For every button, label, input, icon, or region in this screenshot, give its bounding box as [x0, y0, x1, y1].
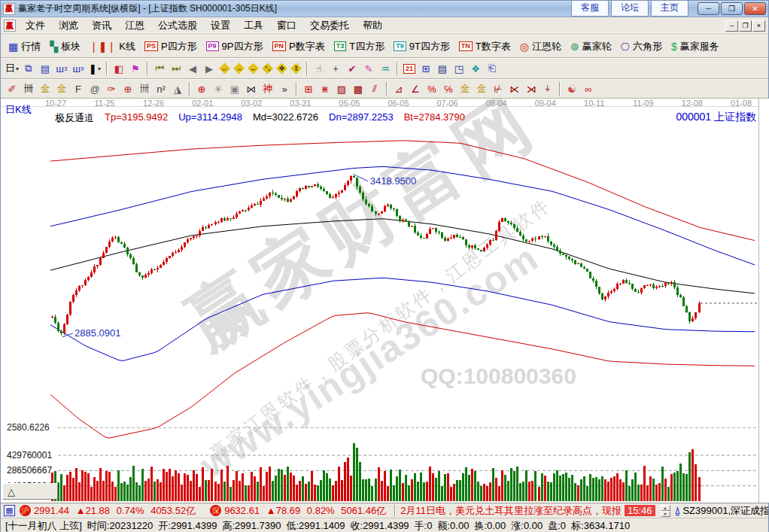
- menu-item-9[interactable]: 帮助: [356, 17, 389, 34]
- tool-resist-line[interactable]: ⍭: [540, 81, 555, 96]
- menu-item-3[interactable]: 江恩: [118, 17, 151, 34]
- tool-angle-tool[interactable]: ⊿: [391, 81, 406, 96]
- tool-fan-lines[interactable]: ⋇: [318, 81, 333, 96]
- tool-quotes[interactable]: ▦行情: [4, 38, 45, 55]
- tool-taiji[interactable]: ☯: [564, 81, 579, 96]
- tool-p-number[interactable]: PNP数字表: [268, 38, 330, 55]
- chart-area[interactable]: 赢家财富网 赢家江恩软件，股票分析软件，江恩工具软件 www.yingjia36…: [1, 99, 769, 503]
- tool-gann-angle[interactable]: ∠: [408, 81, 423, 96]
- spinner-down-button[interactable]: ▼: [661, 511, 670, 517]
- tool-percent[interactable]: %: [424, 81, 439, 96]
- tool-hand-pan[interactable]: ☝: [312, 61, 327, 76]
- mdi-minimize-button[interactable]: –: [725, 20, 738, 32]
- tool-spiral[interactable]: @: [87, 81, 102, 96]
- menu-item-6[interactable]: 工具: [237, 17, 270, 34]
- tool-magic-tool[interactable]: 神: [260, 81, 275, 96]
- tool-kline[interactable]: ❘❚❘K线: [85, 38, 140, 55]
- tool-crosshair[interactable]: ＋: [328, 61, 343, 76]
- tool-mark-wave[interactable]: ♒: [378, 61, 393, 76]
- tool-fibonacci[interactable]: F: [71, 81, 86, 96]
- tool-mark-pen[interactable]: ✎: [361, 61, 376, 76]
- tool-signal-flag[interactable]: ⚑: [128, 61, 143, 76]
- tool-next-bar[interactable]: ▶: [202, 61, 217, 76]
- tool-net-sync[interactable]: ⎗: [485, 61, 500, 76]
- tool-pattern-box[interactable]: ◧: [111, 61, 126, 76]
- tool-comb-2[interactable]: 卌: [137, 81, 152, 96]
- tool-speed-line[interactable]: ⋊: [524, 81, 539, 96]
- tool-n-square[interactable]: n²: [153, 81, 169, 96]
- title-link-主页[interactable]: 主页: [651, 1, 688, 17]
- tool-angle-mirror[interactable]: ◮: [170, 81, 185, 96]
- tool-candle-style[interactable]: ❚▾: [87, 61, 102, 76]
- tool-gold-section[interactable]: 金: [457, 81, 473, 96]
- menu-item-4[interactable]: 公式选股: [151, 17, 204, 34]
- tool-j-angle[interactable]: ⊬: [491, 81, 506, 96]
- title-link-客服[interactable]: 客服: [571, 1, 609, 17]
- menu-item-0[interactable]: 文件: [19, 17, 52, 34]
- menu-item-5[interactable]: 设置: [204, 17, 237, 34]
- tool-memo-pad[interactable]: ▤: [435, 61, 450, 76]
- tool-pan-left[interactable]: ←: [219, 63, 230, 74]
- tool-net-data[interactable]: ❖: [468, 61, 483, 76]
- tool-p9-square[interactable]: P99P四方形: [202, 38, 268, 55]
- tool-percent-line[interactable]: ℅: [441, 81, 456, 96]
- tool-comb-ruler[interactable]: 卌: [21, 81, 36, 96]
- tool-mark-check[interactable]: ✔: [345, 61, 360, 76]
- tool-pan-right[interactable]: →: [233, 63, 245, 74]
- tool-kline-period[interactable]: 日▾: [5, 61, 20, 76]
- tool-hexagon[interactable]: ⎔六角形: [616, 38, 667, 55]
- title-link-论坛[interactable]: 论坛: [611, 1, 649, 17]
- mdi-restore-button[interactable]: ❐: [739, 20, 752, 32]
- quote-grid-icon[interactable]: ▦: [4, 505, 15, 516]
- tool-gold-ratio-b[interactable]: 金: [54, 81, 69, 96]
- tool-t9-square[interactable]: T99T四方形: [389, 38, 454, 55]
- price-volume-plot[interactable]: 4297600012865066671432533342580.62263418…: [1, 107, 759, 503]
- tool-first-page[interactable]: ⏮: [152, 61, 167, 76]
- tool-gann-circle[interactable]: ⊕: [194, 81, 209, 96]
- tool-info-panel[interactable]: ▤: [38, 61, 53, 76]
- tool-shade-box[interactable]: ▨: [334, 81, 349, 96]
- minimize-button[interactable]: ─: [698, 2, 719, 15]
- tool-save-disk[interactable]: ◳: [451, 61, 467, 76]
- tool-t-square[interactable]: T3T四方形: [330, 38, 389, 55]
- tool-p-square[interactable]: PSP四方形: [140, 38, 202, 55]
- tool-zoom-h[interactable]: ↔: [248, 63, 259, 74]
- menu-item-7[interactable]: 窗口: [270, 17, 303, 34]
- tool-gold-channel[interactable]: 金: [474, 81, 489, 96]
- tool-winner-service[interactable]: $赢家服务: [667, 38, 724, 55]
- tool-f-angle[interactable]: ⋉: [507, 81, 522, 96]
- tool-layout-tiles[interactable]: ⧉: [21, 61, 36, 76]
- tool-gann-wheel[interactable]: ◎江恩轮: [515, 38, 566, 55]
- tool-more-tools[interactable]: »: [277, 81, 292, 96]
- tool-t-number[interactable]: TNT数字表: [454, 38, 515, 55]
- tool-bars-9[interactable]: ш9: [71, 61, 86, 76]
- tool-center-view[interactable]: ✥: [276, 63, 287, 74]
- close-button[interactable]: ✕: [744, 2, 766, 15]
- tool-grid-red[interactable]: ⊞: [301, 81, 316, 96]
- tool-bars-3[interactable]: ш3: [54, 61, 69, 76]
- tool-winner-wheel[interactable]: ⊚赢家轮: [566, 38, 616, 55]
- tool-draw-mark[interactable]: ✑: [104, 81, 119, 96]
- spinner-up-button[interactable]: ▲: [661, 505, 670, 511]
- tool-circle-cross[interactable]: ⊕: [120, 81, 135, 96]
- tool-draw-brush[interactable]: ✐: [5, 81, 20, 96]
- tool-gold-ratio-a[interactable]: 金: [38, 81, 53, 96]
- tool-calendar[interactable]: 21: [402, 61, 417, 76]
- tool-zoom-out[interactable]: ⤡: [262, 63, 273, 74]
- news-ticker[interactable]: 2月11日电，美元兑土耳其里拉涨至纪录高点，现报: [400, 504, 622, 518]
- tool-dense-box[interactable]: ▩: [351, 81, 366, 96]
- menu-item-8[interactable]: 交易委托: [303, 17, 356, 34]
- tool-gann-star[interactable]: ✳: [211, 81, 226, 96]
- menu-item-1[interactable]: 浏览: [52, 17, 85, 34]
- tool-infinity[interactable]: ∞: [581, 81, 596, 96]
- tool-sectors[interactable]: ▚板块: [45, 38, 85, 55]
- tool-wave-tool[interactable]: ⋈: [244, 81, 259, 96]
- tool-last-page[interactable]: ⏭: [169, 61, 184, 76]
- mdi-close-button[interactable]: ×: [752, 20, 765, 32]
- restore-button[interactable]: ❐: [721, 2, 743, 15]
- overlay-toggle-button[interactable]: △: [2, 483, 58, 500]
- tool-gann-box[interactable]: ▣: [227, 81, 242, 96]
- tool-calculator[interactable]: ⊞: [418, 61, 433, 76]
- tool-prev-bar[interactable]: ◀: [185, 61, 200, 76]
- tool-zoom-v[interactable]: ⇕: [290, 63, 302, 74]
